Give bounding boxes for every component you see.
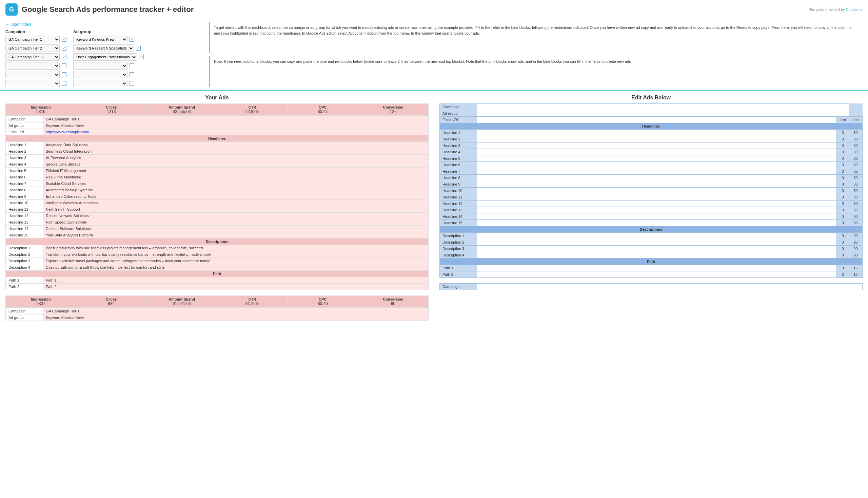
desc-4-input[interactable] (478, 253, 836, 258)
conversion-value: 126 (361, 109, 426, 114)
headline-8-input[interactable] (478, 175, 836, 180)
template-text: Template provided by (809, 8, 845, 12)
campaign-select-4[interactable] (5, 62, 60, 69)
headline-4-input[interactable] (478, 149, 836, 154)
adgroup-select-3[interactable]: User Engagement Professionals (73, 53, 137, 61)
headline-5-input[interactable] (478, 156, 836, 161)
edit-adgroup-input-cell[interactable] (477, 110, 849, 117)
edit-descriptions-header: Descriptions (440, 226, 863, 233)
campaign-checkbox-4[interactable] (62, 63, 66, 68)
headline-11-input[interactable] (478, 195, 836, 199)
adgroup-checkbox-3[interactable] (139, 55, 144, 60)
path-2-input[interactable] (478, 272, 836, 277)
ad1-headline-15: Headline 15Your Data Analytics Platform (6, 232, 429, 238)
campaign-select-5[interactable] (5, 71, 60, 78)
campaign-select-2[interactable]: GA Campaign Tier 2 (5, 44, 60, 52)
header: G Google Search Ads performance tracker … (0, 0, 868, 19)
adgroup-select-4[interactable] (73, 62, 128, 69)
ad1-campaign-row: Campaign GA Campaign Tier 1 (6, 116, 429, 122)
filters-grid: Campaign GA Campaign Tier 1 GA Campaign … (5, 29, 202, 87)
edit-headlines-header: Headlines (440, 123, 863, 130)
headline-6-input[interactable] (478, 162, 836, 167)
headline-1-input[interactable] (478, 130, 836, 135)
open-filters-button[interactable]: ← Open filters (5, 22, 202, 27)
campaign-checkbox-6[interactable] (62, 81, 66, 86)
ad1-adgroup-value: Keyword Kinetics Krew (43, 122, 429, 129)
ad1-conversion-cell: Conversion 126 (358, 104, 428, 115)
impression-value: 5316 (9, 109, 73, 114)
info-wrapper: To get started with this dashboard, sele… (209, 22, 863, 87)
edit-form2-table: Campaign (439, 283, 863, 290)
campaign-checkbox-2[interactable] (62, 46, 66, 51)
desc-2-input[interactable] (478, 240, 836, 245)
ad1-desc-2: Description 2Transform your workouts wit… (6, 251, 429, 258)
path-1-input[interactable] (478, 266, 836, 270)
ad2-impression-cell: Impression 2837 (6, 296, 76, 307)
ad1-path-1: Path 1Path 1 (6, 277, 429, 284)
ctr-value: 22.82% (220, 109, 284, 114)
filters-section: ← Open filters Campaign GA Campaign Tier… (5, 22, 202, 87)
ad2-conversion-value: 90 (361, 301, 426, 306)
ad1-headline-9: Headline 9Enhanced Cybersecurity Tools (6, 193, 429, 200)
adgroup-checkbox-4[interactable] (130, 63, 134, 68)
adgroup-checkbox-5[interactable] (130, 72, 134, 77)
adgroup-checkbox-2[interactable] (136, 46, 141, 51)
campaign-select-6[interactable] (5, 80, 60, 87)
filters-info-section: ← Open filters Campaign GA Campaign Tier… (0, 19, 868, 91)
edit-adgroup-row: Ad group (440, 110, 863, 117)
desc-1-input[interactable] (478, 233, 836, 238)
campaign-select-1[interactable]: GA Campaign Tier 1 (5, 36, 60, 43)
adgroup-select-1[interactable]: Keyword Kinetics Krew (73, 36, 128, 43)
headline-7-input[interactable] (478, 169, 836, 174)
ctr-label: CTR (220, 105, 284, 109)
len-header: Len (837, 117, 849, 123)
campaign-filter-col: Campaign GA Campaign Tier 1 GA Campaign … (5, 29, 66, 87)
clicks-value: 1213 (79, 109, 144, 114)
ad2-table: Campaign GA Campaign Tier 1 Ad group Key… (5, 308, 429, 321)
campaign-input[interactable] (478, 104, 848, 109)
adgroup-select-5[interactable] (73, 71, 128, 78)
headline-9-input[interactable] (478, 182, 836, 187)
desc-3-input[interactable] (478, 246, 836, 251)
campaign-checkbox-1[interactable] (62, 37, 66, 42)
edit-headline-8: Headline 8030 (440, 175, 863, 181)
adgroup-select-2[interactable]: Keyword Research Specialists (73, 44, 134, 52)
adgroup-select-6[interactable] (73, 80, 128, 87)
edit-url-label: Final URL (440, 117, 477, 123)
adgroup-row-2: Keyword Research Specialists (73, 44, 144, 52)
ad2-impression-label: Impression (9, 297, 73, 301)
ad-group-filter-col: Ad group Keyword Kinetics Krew Keyword R… (73, 29, 144, 87)
edit2-campaign-input-cell[interactable] (477, 284, 863, 290)
headline-10-input[interactable] (478, 188, 836, 193)
final-url-link[interactable]: https://www.example.com/ (46, 130, 89, 134)
campaign-checkbox-5[interactable] (62, 72, 66, 77)
info-box-note: Note: If you need additional blocks, you… (209, 56, 863, 87)
ad1-url-value: https://www.example.com/ (43, 129, 429, 135)
edit-headline-12: Headline 12030 (440, 200, 863, 207)
edit-path-header: Path (440, 259, 863, 265)
coupler-link[interactable]: Coupler.io (846, 8, 863, 12)
edit-campaign-row: Campaign (440, 104, 863, 110)
ad1-desc-1: Description 1Boost productivity with our… (6, 245, 429, 251)
adgroup-input[interactable] (478, 111, 848, 116)
headline-12-input[interactable] (478, 201, 836, 206)
page-title: Google Search Ads performance tracker + … (22, 5, 193, 14)
campaign-select-3[interactable]: GA Campaign Tier 11 (5, 53, 60, 61)
headline-15-input[interactable] (478, 221, 836, 225)
ad1-stats-row: Impression 5316 Clicks 1213 Amount Spend… (5, 104, 429, 116)
campaign2-input[interactable] (478, 284, 862, 289)
campaign-row-1: GA Campaign Tier 1 (5, 36, 66, 43)
headline-3-input[interactable] (478, 143, 836, 148)
edit-campaign-input-cell[interactable] (477, 104, 849, 110)
app-logo: G (5, 3, 18, 16)
url-input[interactable] (478, 117, 836, 122)
edit-url-input-cell[interactable] (477, 117, 837, 123)
headline-14-input[interactable] (478, 214, 836, 219)
headline-2-input[interactable] (478, 137, 836, 142)
ad2-adgroup-row: Ad group Keyword Kinetics Krew (6, 314, 429, 321)
adgroup-checkbox-1[interactable] (130, 37, 134, 42)
ad1-spend-cell: Amount Spend $2,555.03 (147, 104, 217, 115)
campaign-checkbox-3[interactable] (62, 55, 66, 60)
headline-13-input[interactable] (478, 208, 836, 212)
adgroup-checkbox-6[interactable] (130, 81, 134, 86)
